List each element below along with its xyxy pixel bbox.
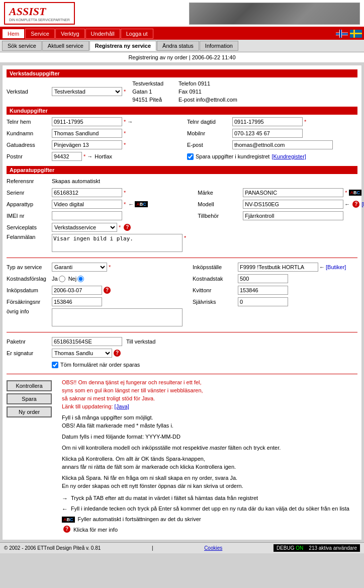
kostnadstak-input[interactable] xyxy=(238,274,288,283)
mobilnr-input[interactable] xyxy=(232,129,303,138)
sub-nav-andra-status[interactable]: Ändra status xyxy=(157,41,199,51)
kontrollera-button[interactable]: Kontrollera xyxy=(7,380,52,391)
marke-input[interactable] xyxy=(243,188,343,197)
verkstad-fax: Fax 0911 xyxy=(178,88,237,96)
nav-item-underhall[interactable]: Underhåll xyxy=(85,29,120,39)
tip1: Fyll i så många uppgifter som möjligt. xyxy=(62,413,357,422)
abc-badge-apparattyp[interactable]: ABC xyxy=(135,201,148,207)
logo: ASSIST DIN KOMPLETTA SERVICEPARTNER xyxy=(4,2,75,25)
forsakringsnr-input[interactable] xyxy=(52,297,102,306)
nav-item-logga-ut[interactable]: Logga ut xyxy=(121,29,153,39)
gatuadress-input[interactable] xyxy=(52,140,122,149)
felanmalan-input[interactable]: Visar ingen bild i play. xyxy=(52,234,183,252)
ovrig-info-row: övrig info xyxy=(7,308,183,326)
footer: © 2002 - 2006 ETTnoll Design Piteå v. 0.… xyxy=(0,542,364,553)
spara-kund-checkbox[interactable] xyxy=(187,153,194,160)
bullet1-arrow-icon: → xyxy=(62,494,68,502)
telnr-dagtid-input[interactable] xyxy=(232,117,303,126)
section-kund: Kunduppgifter xyxy=(7,107,357,115)
sub-nav-sok-service[interactable]: Sök service xyxy=(2,41,42,51)
er-signatur-select[interactable]: Thomas Sandlu xyxy=(52,349,112,358)
spara-button[interactable]: Spara xyxy=(7,393,52,404)
inkopsdatum-input[interactable] xyxy=(52,286,102,295)
imei-input[interactable] xyxy=(52,211,122,220)
marke-label: Märke xyxy=(198,190,243,196)
verkstad-contact-col: Telefon 0911 Fax 0911 E-post info@ettnol… xyxy=(178,79,237,104)
obs-link[interactable]: [Java] xyxy=(115,403,129,409)
kundregister-link[interactable]: [Kundregister] xyxy=(271,153,306,159)
modell-input[interactable] xyxy=(243,200,343,209)
apparattyp-input[interactable] xyxy=(52,200,122,209)
bullet2-arrow-icon: ← xyxy=(62,505,68,513)
er-signatur-row: Er signatur Thomas Sandlu ? xyxy=(7,348,357,358)
modell-help-icon[interactable]: ? xyxy=(352,201,359,208)
kostnadsforslag-row: Kostnadsförslag Ja Nej xyxy=(7,274,183,284)
tom-formular-checkbox[interactable] xyxy=(52,362,58,368)
er-signatur-help-icon[interactable]: ? xyxy=(114,350,121,357)
typ-service-select[interactable]: Garanti xyxy=(52,263,107,272)
inkopsdatum-help-icon[interactable]: ? xyxy=(104,287,111,294)
bullet2-text: Fyll i inledande tecken och tryck på Ent… xyxy=(71,505,349,513)
serviceplats-required: * xyxy=(119,224,121,230)
verkstad-postnr: 94151 Piteå xyxy=(132,96,163,104)
butiker-link[interactable]: [Butiker] xyxy=(326,264,346,270)
verkstad-info: Testverkstad Gatan 1 94151 Piteå Telefon… xyxy=(132,79,237,104)
footer-cookies[interactable]: Cookies xyxy=(204,545,222,551)
bullet4-help-icon[interactable]: ? xyxy=(63,526,70,533)
tip6-line2: En ny order skapas och ett nytt fönster … xyxy=(62,482,357,490)
modell-row: Modell ← ? [Master] xyxy=(198,199,364,209)
logo-sub: DIN KOMPLETTA SERVICEPARTNER xyxy=(9,18,70,22)
ovrig-info-input[interactable] xyxy=(52,308,183,326)
sub-nav-aktuell-service[interactable]: Aktuell service xyxy=(42,41,89,51)
verkstad-telefon: Telefon 0911 xyxy=(178,79,237,88)
tillbehor-input[interactable] xyxy=(243,211,343,220)
serienr-input[interactable] xyxy=(52,188,122,197)
nav-item-service[interactable]: Service xyxy=(25,29,55,39)
footer-separator: | xyxy=(152,545,153,551)
telnr-hem-label: Telnr hem xyxy=(7,119,52,125)
sjalvrisk-input[interactable] xyxy=(238,297,288,306)
ny-order-button[interactable]: Ny order xyxy=(7,406,52,417)
bullet2-row: ← Fyll i inledande tecken och tryck på E… xyxy=(62,505,357,513)
paketnr-row: Paketnr Till verkstad xyxy=(7,337,357,347)
master-link[interactable]: [Master] xyxy=(361,201,364,207)
page-title-bar: Registrering av ny order | 2006-06-22 11… xyxy=(0,52,364,63)
nej-radio[interactable] xyxy=(77,276,84,282)
telnr-hem-input[interactable] xyxy=(52,117,122,126)
serviceplats-help-icon[interactable]: ? xyxy=(124,224,131,231)
verkstad-row: Verkstad Testverkstad * Testverkstad Gat… xyxy=(7,79,357,104)
tip5-line2: annars får ni rätta de fält som är marke… xyxy=(62,463,357,471)
tom-formular-row: Töm formuläret när order sparas xyxy=(7,360,357,370)
telnr-hem-required: * xyxy=(124,119,126,125)
modell-arrow-left: ← xyxy=(344,201,350,207)
tips-section: Fyll i så många uppgifter som möjligt. O… xyxy=(62,413,357,430)
flag-area xyxy=(336,30,362,38)
epost-input[interactable] xyxy=(232,140,333,149)
serviceplats-select[interactable]: Verkstadsservice xyxy=(52,223,117,232)
kundnamn-input[interactable] xyxy=(52,129,122,138)
kvittonr-input[interactable] xyxy=(238,286,288,295)
paketnr-input[interactable] xyxy=(52,337,122,346)
sub-nav-information[interactable]: Information xyxy=(200,41,238,51)
verkstad-select[interactable]: Testverkstad xyxy=(52,87,122,96)
spara-kund-label: Spara uppgifter i kundregistret xyxy=(196,153,269,159)
tip6-line1: Klicka på Spara. Ni får en fråga om ni s… xyxy=(62,474,357,482)
gatuadress-row: Gatuadress * xyxy=(7,140,177,150)
nav-item-verktyg[interactable]: Verktyg xyxy=(55,29,85,39)
serviceplats-row: Serviceplats Verkstadsservice * ? xyxy=(7,222,188,232)
inkopsst-arrow-left: ← xyxy=(319,264,325,270)
gatuadress-label: Gatuadress xyxy=(7,142,52,148)
inkopsst-input[interactable] xyxy=(238,263,318,272)
nav-item-hem[interactable]: Hem xyxy=(2,29,25,39)
kvittonr-row: Kvittonr xyxy=(193,285,357,295)
sub-nav-registrera[interactable]: Registrera ny service xyxy=(89,41,156,51)
ja-radio[interactable] xyxy=(59,276,65,282)
tip4: Om ni vill kontrollera modell och inköps… xyxy=(62,444,357,452)
divider-2 xyxy=(7,332,357,332)
postnr-input[interactable] xyxy=(52,152,82,161)
verkstad-name: Testverkstad xyxy=(132,79,163,88)
kvittonr-label: Kvittonr xyxy=(193,287,238,293)
forsakringsnr-label: Försäkringsnr xyxy=(7,299,52,305)
abc-badge-marke[interactable]: ABC xyxy=(349,190,362,196)
nav-bar: Hem Service Verktyg Underhåll Logga ut xyxy=(0,28,364,40)
